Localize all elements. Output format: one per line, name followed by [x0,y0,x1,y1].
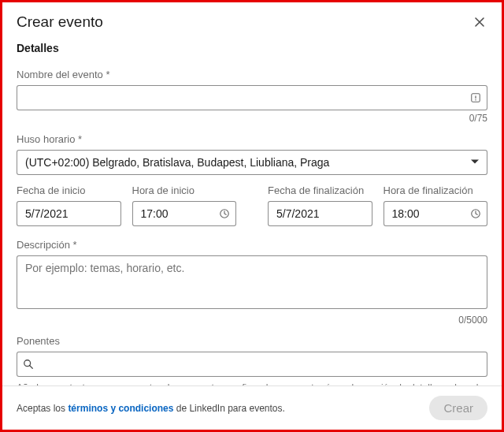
terms-suffix: de LinkedIn para eventos. [173,403,284,414]
start-time-label: Hora de inicio [132,184,237,196]
create-event-dialog: Crear evento Detalles Nombre del evento … [0,0,504,432]
section-title-details: Detalles [17,42,487,54]
search-icon [23,359,34,370]
dialog-footer: Aceptas los términos y condiciones de Li… [2,385,502,430]
form-scroll-area[interactable]: Detalles Nombre del evento * 0/75 Huso h… [2,42,502,385]
timezone-field: Huso horario * (UTC+02:00) Belgrado, Bra… [17,133,487,175]
timezone-label: Huso horario * [17,133,487,145]
create-button[interactable]: Crear [429,396,487,420]
speakers-field: Ponentes Añade a contactos como ponentes… [17,335,487,385]
end-date-input[interactable] [268,201,372,226]
event-name-label: Nombre del evento * [17,69,487,80]
event-name-input[interactable] [17,85,487,110]
close-icon[interactable] [472,14,487,30]
event-name-counter: 0/75 [17,113,487,124]
end-time-label: Hora de finalización [384,184,488,196]
end-time-field: Hora de finalización [384,184,488,226]
timezone-select[interactable]: (UTC+02:00) Belgrado, Bratislava, Budape… [17,150,487,175]
start-time-field: Hora de inicio [132,184,237,226]
svg-line-6 [30,366,33,369]
start-date-label: Fecha de inicio [17,184,121,196]
start-date-input[interactable] [17,201,121,226]
event-name-field: Nombre del evento * 0/75 [17,69,487,124]
description-field: Descripción * 0/5000 [17,239,487,326]
dialog-header: Crear evento [2,2,502,42]
terms-text: Aceptas los términos y condiciones de Li… [17,403,285,414]
description-input[interactable] [17,255,487,309]
speakers-search-input[interactable] [17,352,487,377]
start-time-input[interactable] [132,201,237,226]
description-counter: 0/5000 [17,315,487,326]
terms-link[interactable]: términos y condiciones [68,403,173,414]
terms-prefix: Aceptas los [17,403,68,414]
start-date-field: Fecha de inicio [17,184,121,226]
dialog-title: Crear evento [17,13,103,31]
end-time-input[interactable] [384,201,488,226]
description-label: Descripción * [17,239,487,251]
speakers-label: Ponentes [17,335,487,347]
end-date-label: Fecha de finalización [268,184,372,196]
end-date-field: Fecha de finalización [268,184,372,226]
